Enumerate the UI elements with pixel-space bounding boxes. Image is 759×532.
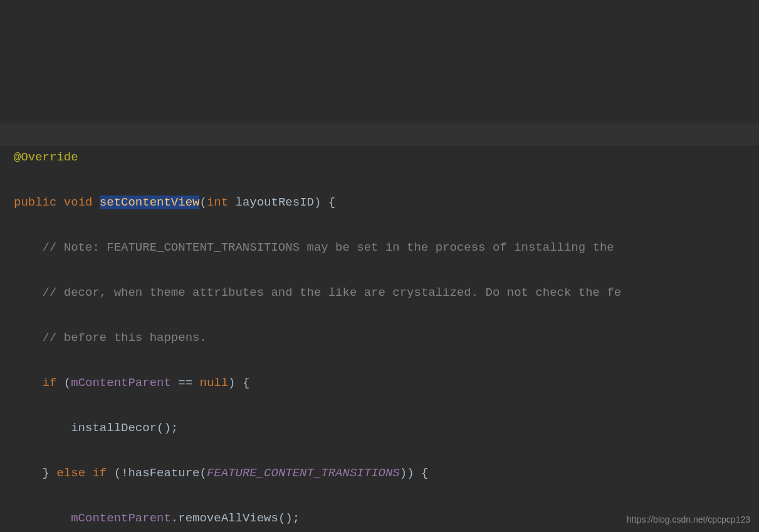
sig-end: ) { <box>314 196 335 209</box>
keyword-int: int <box>207 196 228 209</box>
field: mContentParent <box>71 511 171 525</box>
watermark: https://blog.csdn.net/cpcpcp123 <box>627 514 750 524</box>
brace: } <box>43 466 50 480</box>
call: installDecor(); <box>71 421 178 435</box>
call: removeAllViews(); <box>178 511 300 525</box>
code-line: // decor, when theme attributes and the … <box>14 281 759 304</box>
code-line: // before this happens. <box>14 326 759 349</box>
code-line: installDecor(); <box>14 417 759 439</box>
comment: // decor, when theme attributes and the … <box>43 286 622 300</box>
keyword-null: null <box>199 376 228 390</box>
code-editor[interactable]: @Override public void setContentView(int… <box>14 101 759 532</box>
paren-open: ( <box>199 196 206 209</box>
comment: // before this happens. <box>43 331 207 345</box>
code-line: public void setContentView(int layoutRes… <box>14 191 759 214</box>
code-line: @Override <box>14 146 759 169</box>
selected-method-name[interactable]: setContentView <box>100 196 200 209</box>
annotation: @Override <box>14 150 78 164</box>
param: layoutResID <box>236 196 314 209</box>
field: mContentParent <box>71 376 171 390</box>
keyword-public: public <box>14 196 56 209</box>
dot: . <box>171 511 178 525</box>
current-line-highlight <box>0 123 759 146</box>
keyword-else-if: else if <box>56 466 107 480</box>
close: )) { <box>400 466 429 480</box>
keyword-if: if <box>43 376 57 390</box>
code-line: // Note: FEATURE_CONTENT_TRANSITIONS may… <box>14 236 759 259</box>
call: hasFeature( <box>128 466 206 480</box>
op: (! <box>107 466 128 480</box>
close: ) { <box>228 376 249 390</box>
comment: // Note: FEATURE_CONTENT_TRANSITIONS may… <box>43 241 614 254</box>
keyword-void: void <box>64 196 93 209</box>
code-line: } else if (!hasFeature(FEATURE_CONTENT_T… <box>14 462 759 484</box>
op: == <box>171 376 200 390</box>
code-line: if (mContentParent == null) { <box>14 372 759 394</box>
constant: FEATURE_CONTENT_TRANSITIONS <box>207 466 400 480</box>
